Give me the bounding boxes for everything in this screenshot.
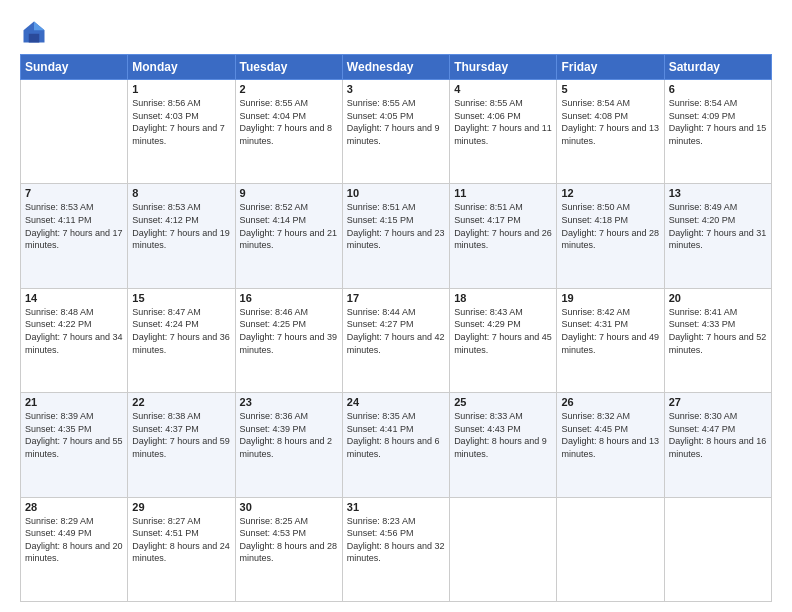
day-number: 24 [347, 396, 445, 408]
day-info: Sunrise: 8:54 AMSunset: 4:08 PMDaylight:… [561, 97, 659, 147]
calendar-header: SundayMondayTuesdayWednesdayThursdayFrid… [21, 55, 772, 80]
day-number: 1 [132, 83, 230, 95]
weekday-header-sunday: Sunday [21, 55, 128, 80]
day-number: 25 [454, 396, 552, 408]
calendar-cell: 20Sunrise: 8:41 AMSunset: 4:33 PMDayligh… [664, 288, 771, 392]
day-info: Sunrise: 8:50 AMSunset: 4:18 PMDaylight:… [561, 201, 659, 251]
calendar-week-2: 7Sunrise: 8:53 AMSunset: 4:11 PMDaylight… [21, 184, 772, 288]
calendar-cell: 26Sunrise: 8:32 AMSunset: 4:45 PMDayligh… [557, 393, 664, 497]
day-number: 19 [561, 292, 659, 304]
day-info: Sunrise: 8:51 AMSunset: 4:17 PMDaylight:… [454, 201, 552, 251]
day-info: Sunrise: 8:43 AMSunset: 4:29 PMDaylight:… [454, 306, 552, 356]
day-number: 29 [132, 501, 230, 513]
day-info: Sunrise: 8:44 AMSunset: 4:27 PMDaylight:… [347, 306, 445, 356]
calendar-cell: 24Sunrise: 8:35 AMSunset: 4:41 PMDayligh… [342, 393, 449, 497]
calendar-body: 1Sunrise: 8:56 AMSunset: 4:03 PMDaylight… [21, 80, 772, 602]
svg-rect-2 [29, 34, 40, 43]
day-info: Sunrise: 8:56 AMSunset: 4:03 PMDaylight:… [132, 97, 230, 147]
day-info: Sunrise: 8:51 AMSunset: 4:15 PMDaylight:… [347, 201, 445, 251]
day-info: Sunrise: 8:53 AMSunset: 4:12 PMDaylight:… [132, 201, 230, 251]
day-info: Sunrise: 8:23 AMSunset: 4:56 PMDaylight:… [347, 515, 445, 565]
day-info: Sunrise: 8:47 AMSunset: 4:24 PMDaylight:… [132, 306, 230, 356]
day-number: 3 [347, 83, 445, 95]
calendar-cell: 22Sunrise: 8:38 AMSunset: 4:37 PMDayligh… [128, 393, 235, 497]
day-number: 14 [25, 292, 123, 304]
day-number: 8 [132, 187, 230, 199]
day-number: 2 [240, 83, 338, 95]
day-info: Sunrise: 8:35 AMSunset: 4:41 PMDaylight:… [347, 410, 445, 460]
day-number: 5 [561, 83, 659, 95]
day-number: 26 [561, 396, 659, 408]
weekday-header-saturday: Saturday [664, 55, 771, 80]
day-info: Sunrise: 8:54 AMSunset: 4:09 PMDaylight:… [669, 97, 767, 147]
day-number: 17 [347, 292, 445, 304]
day-number: 27 [669, 396, 767, 408]
day-info: Sunrise: 8:53 AMSunset: 4:11 PMDaylight:… [25, 201, 123, 251]
calendar-cell: 15Sunrise: 8:47 AMSunset: 4:24 PMDayligh… [128, 288, 235, 392]
page: SundayMondayTuesdayWednesdayThursdayFrid… [0, 0, 792, 612]
day-number: 22 [132, 396, 230, 408]
day-info: Sunrise: 8:55 AMSunset: 4:05 PMDaylight:… [347, 97, 445, 147]
calendar-cell: 28Sunrise: 8:29 AMSunset: 4:49 PMDayligh… [21, 497, 128, 601]
day-info: Sunrise: 8:42 AMSunset: 4:31 PMDaylight:… [561, 306, 659, 356]
calendar-cell: 23Sunrise: 8:36 AMSunset: 4:39 PMDayligh… [235, 393, 342, 497]
day-number: 4 [454, 83, 552, 95]
calendar-cell: 11Sunrise: 8:51 AMSunset: 4:17 PMDayligh… [450, 184, 557, 288]
header [20, 18, 772, 46]
calendar-cell: 9Sunrise: 8:52 AMSunset: 4:14 PMDaylight… [235, 184, 342, 288]
calendar-cell: 29Sunrise: 8:27 AMSunset: 4:51 PMDayligh… [128, 497, 235, 601]
day-number: 6 [669, 83, 767, 95]
day-number: 21 [25, 396, 123, 408]
calendar-week-5: 28Sunrise: 8:29 AMSunset: 4:49 PMDayligh… [21, 497, 772, 601]
day-info: Sunrise: 8:29 AMSunset: 4:49 PMDaylight:… [25, 515, 123, 565]
weekday-header-monday: Monday [128, 55, 235, 80]
day-info: Sunrise: 8:33 AMSunset: 4:43 PMDaylight:… [454, 410, 552, 460]
day-number: 15 [132, 292, 230, 304]
calendar-cell: 19Sunrise: 8:42 AMSunset: 4:31 PMDayligh… [557, 288, 664, 392]
calendar-cell: 27Sunrise: 8:30 AMSunset: 4:47 PMDayligh… [664, 393, 771, 497]
calendar-cell: 17Sunrise: 8:44 AMSunset: 4:27 PMDayligh… [342, 288, 449, 392]
calendar-cell: 3Sunrise: 8:55 AMSunset: 4:05 PMDaylight… [342, 80, 449, 184]
calendar-cell: 13Sunrise: 8:49 AMSunset: 4:20 PMDayligh… [664, 184, 771, 288]
calendar-cell [21, 80, 128, 184]
weekday-header-thursday: Thursday [450, 55, 557, 80]
calendar-cell: 21Sunrise: 8:39 AMSunset: 4:35 PMDayligh… [21, 393, 128, 497]
calendar-cell: 5Sunrise: 8:54 AMSunset: 4:08 PMDaylight… [557, 80, 664, 184]
day-info: Sunrise: 8:25 AMSunset: 4:53 PMDaylight:… [240, 515, 338, 565]
calendar-week-1: 1Sunrise: 8:56 AMSunset: 4:03 PMDaylight… [21, 80, 772, 184]
day-info: Sunrise: 8:30 AMSunset: 4:47 PMDaylight:… [669, 410, 767, 460]
day-number: 20 [669, 292, 767, 304]
day-number: 31 [347, 501, 445, 513]
day-info: Sunrise: 8:39 AMSunset: 4:35 PMDaylight:… [25, 410, 123, 460]
day-number: 28 [25, 501, 123, 513]
weekday-header-friday: Friday [557, 55, 664, 80]
calendar-cell: 12Sunrise: 8:50 AMSunset: 4:18 PMDayligh… [557, 184, 664, 288]
day-number: 16 [240, 292, 338, 304]
day-number: 11 [454, 187, 552, 199]
day-info: Sunrise: 8:48 AMSunset: 4:22 PMDaylight:… [25, 306, 123, 356]
weekday-header-wednesday: Wednesday [342, 55, 449, 80]
calendar-cell: 6Sunrise: 8:54 AMSunset: 4:09 PMDaylight… [664, 80, 771, 184]
day-number: 10 [347, 187, 445, 199]
calendar-table: SundayMondayTuesdayWednesdayThursdayFrid… [20, 54, 772, 602]
day-info: Sunrise: 8:55 AMSunset: 4:06 PMDaylight:… [454, 97, 552, 147]
day-info: Sunrise: 8:36 AMSunset: 4:39 PMDaylight:… [240, 410, 338, 460]
day-number: 7 [25, 187, 123, 199]
calendar-cell: 8Sunrise: 8:53 AMSunset: 4:12 PMDaylight… [128, 184, 235, 288]
calendar-cell: 14Sunrise: 8:48 AMSunset: 4:22 PMDayligh… [21, 288, 128, 392]
svg-marker-1 [34, 22, 45, 31]
day-info: Sunrise: 8:46 AMSunset: 4:25 PMDaylight:… [240, 306, 338, 356]
day-info: Sunrise: 8:55 AMSunset: 4:04 PMDaylight:… [240, 97, 338, 147]
calendar-cell: 16Sunrise: 8:46 AMSunset: 4:25 PMDayligh… [235, 288, 342, 392]
day-info: Sunrise: 8:32 AMSunset: 4:45 PMDaylight:… [561, 410, 659, 460]
day-number: 30 [240, 501, 338, 513]
weekday-header-tuesday: Tuesday [235, 55, 342, 80]
day-number: 12 [561, 187, 659, 199]
calendar-cell: 2Sunrise: 8:55 AMSunset: 4:04 PMDaylight… [235, 80, 342, 184]
calendar-week-4: 21Sunrise: 8:39 AMSunset: 4:35 PMDayligh… [21, 393, 772, 497]
logo [20, 18, 52, 46]
calendar-cell: 31Sunrise: 8:23 AMSunset: 4:56 PMDayligh… [342, 497, 449, 601]
calendar-cell: 4Sunrise: 8:55 AMSunset: 4:06 PMDaylight… [450, 80, 557, 184]
calendar-cell: 1Sunrise: 8:56 AMSunset: 4:03 PMDaylight… [128, 80, 235, 184]
day-number: 23 [240, 396, 338, 408]
